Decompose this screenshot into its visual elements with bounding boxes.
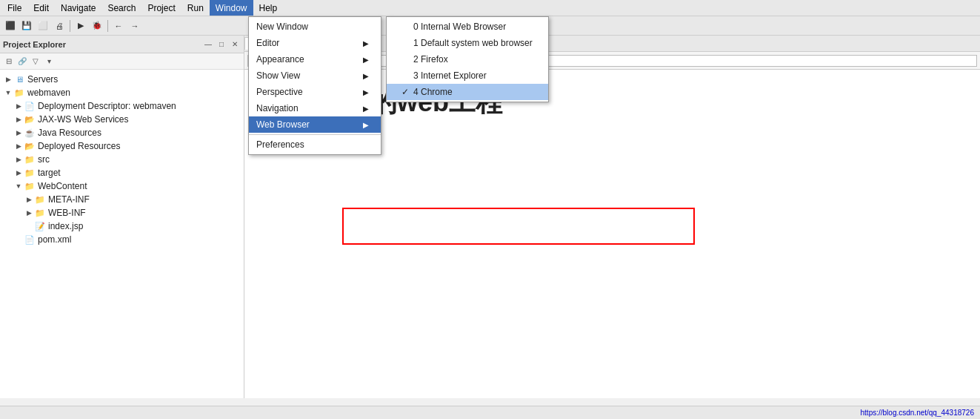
tree-item-deployed-resources[interactable]: ▶ 📂 Deployed Resources [0, 139, 244, 153]
project-explorer-panel: Project Explorer — □ ✕ ⊟ 🔗 ▽ ▾ ▶ 🖥 Serve… [0, 36, 244, 398]
tree-label-servers: Servers [27, 74, 58, 85]
toolbar-btn-new[interactable]: ⬛ [3, 19, 18, 33]
toolbar-btn-run[interactable]: ▶ [73, 19, 88, 33]
webcontent-icon: 📁 [24, 180, 36, 192]
tree-label-webcontent: WebContent [38, 181, 87, 191]
tree-item-jaxws[interactable]: ▶ 📂 JAX-WS Web Services [0, 113, 244, 126]
menu-perspective[interactable]: Perspective ▶ [249, 84, 381, 100]
menu-editor[interactable]: Editor ▶ [249, 35, 381, 51]
toolbar-btn-save[interactable]: 💾 [19, 19, 34, 33]
toolbar-btn-debug[interactable]: 🐞 [90, 19, 104, 33]
tree-item-web-inf[interactable]: ▶ 📁 WEB-INF [0, 206, 244, 220]
browser-ie[interactable]: ✓ 3 Internet Explorer [387, 67, 548, 84]
menu-edit[interactable]: Edit [27, 0, 55, 16]
menu-navigation[interactable]: Navigation ▶ [249, 100, 381, 116]
filter-btn[interactable]: ▽ [30, 56, 41, 67]
tree-item-meta-inf[interactable]: ▶ 📁 META-INF [0, 193, 244, 206]
tree-item-pom-xml[interactable]: ▶ 📄 pom.xml [0, 233, 244, 246]
menu-project[interactable]: Project [141, 0, 181, 16]
sidebar-maximize-btn[interactable]: □ [216, 39, 227, 50]
target-icon: 📁 [24, 167, 36, 179]
tree-label-target: target [38, 168, 61, 178]
tree-label-index-jsp: index.jsp [48, 221, 83, 231]
sidebar-controls: — □ ✕ [202, 39, 241, 50]
sidebar-toolbar: ⊟ 🔗 ▽ ▾ [0, 53, 244, 70]
web-inf-icon: 📁 [34, 207, 46, 219]
tree-label-jaxws: JAX-WS Web Services [38, 114, 128, 125]
sidebar-close-btn[interactable]: ✕ [229, 39, 241, 50]
menu-file[interactable]: File [1, 0, 27, 16]
menu-navigate[interactable]: Navigate [55, 0, 101, 16]
tree-item-deployment[interactable]: ▶ 📄 Deployment Descriptor: webmaven [0, 99, 244, 113]
tree-label-deployed-resources: Deployed Resources [38, 141, 120, 151]
tree-item-servers[interactable]: ▶ 🖥 Servers [0, 73, 244, 86]
tree-arrow-src: ▶ [13, 154, 24, 165]
menu-help[interactable]: Help [253, 0, 284, 16]
editor-arrow: ▶ [363, 39, 369, 47]
menu-new-window[interactable]: New Window [249, 19, 381, 35]
browser-chrome[interactable]: ✓ 4 Chrome [387, 84, 548, 100]
appearance-arrow: ▶ [363, 56, 369, 64]
meta-inf-icon: 📁 [34, 194, 46, 205]
tree-arrow-jaxws: ▶ [13, 114, 24, 125]
menu-window[interactable]: Window [210, 0, 253, 16]
collapse-all-btn[interactable]: ⊟ [3, 56, 15, 67]
toolbar-btn-print[interactable]: 🖨 [52, 19, 67, 33]
browser-firefox[interactable]: ✓ 2 Firefox [387, 51, 548, 67]
sidebar-title-label: Project Explorer [3, 40, 66, 49]
tree-item-src[interactable]: ▶ 📁 src [0, 153, 244, 166]
browser-default[interactable]: ✓ 1 Default system web browser [387, 35, 548, 51]
tree-item-webmaven[interactable]: ▼ 📁 webmaven [0, 86, 244, 99]
project-icon: 📁 [13, 87, 25, 99]
java-icon: ☕ [24, 127, 36, 139]
menu-search[interactable]: Search [101, 0, 141, 16]
menu-web-browser[interactable]: Web Browser ▶ [249, 116, 381, 133]
status-link: https://blog.csdn.net/qq_44318726 [861, 409, 974, 417]
tree-label-pom-xml: pom.xml [38, 234, 71, 245]
tree-item-webcontent[interactable]: ▼ 📁 WebContent [0, 179, 244, 193]
sidebar-header: Project Explorer — □ ✕ [0, 36, 244, 53]
server-icon: 🖥 [13, 73, 25, 85]
tree-arrow-target: ▶ [13, 168, 24, 178]
project-tree: ▶ 🖥 Servers ▼ 📁 webmaven ▶ 📄 Deployment … [0, 70, 244, 398]
view-menu-btn[interactable]: ▾ [43, 56, 55, 67]
deployed-icon: 📂 [24, 140, 36, 152]
tree-arrow-deployment: ▶ [13, 101, 24, 111]
jaxws-icon: 📂 [24, 113, 36, 125]
toolbar-btn-save2[interactable]: ⬜ [36, 19, 50, 33]
toolbar-sep-1 [70, 20, 70, 32]
navigation-arrow: ▶ [363, 105, 369, 113]
tree-label-meta-inf: META-INF [48, 194, 90, 205]
show-view-arrow: ▶ [363, 72, 369, 80]
menu-preferences[interactable]: Preferences [249, 136, 381, 153]
jsp-icon: 📝 [34, 220, 46, 232]
menu-bar: File Edit Navigate Search Project Run Wi… [0, 0, 980, 16]
tree-label-src: src [38, 154, 50, 165]
tree-arrow-meta-inf: ▶ [24, 194, 34, 205]
web-browser-submenu: ✓ 0 Internal Web Browser ✓ 1 Default sys… [386, 16, 549, 102]
tree-arrow-web-inf: ▶ [24, 208, 34, 218]
sidebar-minimize-btn[interactable]: — [202, 39, 214, 50]
deployment-icon: 📄 [24, 100, 36, 112]
toolbar-btn-back[interactable]: ← [111, 19, 126, 33]
tree-label-webmaven: webmaven [27, 88, 70, 98]
tree-label-java-resources: Java Resources [38, 128, 101, 138]
menu-appearance[interactable]: Appearance ▶ [249, 51, 381, 67]
toolbar-sep-2 [107, 20, 108, 32]
src-icon: 📁 [24, 154, 36, 165]
check-chrome: ✓ [401, 87, 409, 97]
menu-run[interactable]: Run [181, 0, 210, 16]
link-editor-btn[interactable]: 🔗 [16, 56, 28, 67]
xml-icon: 📄 [24, 234, 36, 245]
perspective-arrow: ▶ [363, 88, 369, 96]
tree-arrow-servers: ▶ [3, 74, 13, 85]
tree-item-target[interactable]: ▶ 📁 target [0, 166, 244, 179]
browser-internal[interactable]: ✓ 0 Internal Web Browser [387, 19, 548, 35]
tree-item-java-resources[interactable]: ▶ ☕ Java Resources [0, 126, 244, 139]
window-menu-dropdown: New Window Editor ▶ Appearance ▶ Show Vi… [248, 16, 381, 155]
tree-arrow-java-resources: ▶ [13, 128, 24, 138]
menu-show-view[interactable]: Show View ▶ [249, 67, 381, 84]
toolbar-btn-forward[interactable]: → [127, 19, 142, 33]
tree-arrow-webcontent: ▼ [13, 181, 24, 191]
tree-item-index-jsp[interactable]: ▶ 📝 index.jsp [0, 220, 244, 233]
